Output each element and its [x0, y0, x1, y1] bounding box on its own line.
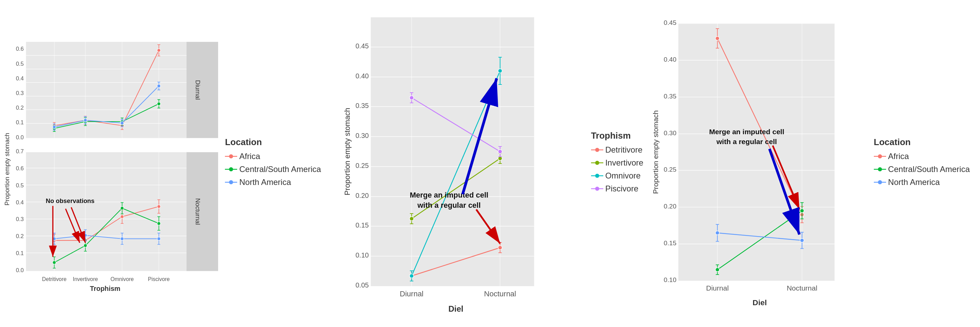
svg-point-119	[84, 244, 87, 247]
svg-text:No observations: No observations	[46, 197, 95, 204]
chart2-legend-det: Detritivore	[591, 145, 646, 155]
svg-point-226	[595, 174, 599, 178]
chart1-legend: Location Africa Central/South America No…	[218, 137, 328, 190]
svg-point-283	[878, 154, 882, 158]
svg-text:Merge an imputed cell: Merge an imputed cell	[410, 191, 488, 199]
chart1-legend-title: Location	[225, 137, 321, 147]
svg-point-201	[410, 274, 414, 278]
svg-text:0.25: 0.25	[663, 166, 676, 173]
svg-point-65	[53, 125, 56, 129]
svg-text:0.35: 0.35	[356, 102, 369, 109]
svg-point-67	[121, 121, 124, 124]
svg-text:0.0: 0.0	[16, 134, 24, 141]
svg-text:Invertivore: Invertivore	[73, 276, 98, 282]
chart3-legend-csa: Central/South America	[874, 164, 970, 174]
chart2-legend-inv-label: Invertivore	[605, 158, 643, 167]
svg-point-156	[229, 180, 233, 184]
svg-rect-69	[26, 152, 190, 271]
svg-point-210	[498, 150, 502, 154]
svg-text:0.5: 0.5	[16, 182, 24, 189]
svg-point-118	[53, 261, 56, 264]
svg-text:0.40: 0.40	[356, 72, 369, 80]
svg-text:0.30: 0.30	[663, 129, 676, 137]
svg-point-66	[84, 118, 87, 122]
svg-text:0.2: 0.2	[16, 233, 24, 239]
svg-point-263	[800, 209, 804, 212]
svg-point-136	[121, 237, 124, 241]
svg-point-104	[121, 215, 124, 219]
chart-svg-1: 0.0 0.1 0.2 0.3 0.4 0.5 0.6 Diurnal	[3, 7, 218, 320]
svg-point-262	[715, 268, 719, 271]
chart1-legend-africa: Africa	[225, 152, 321, 161]
svg-text:0.40: 0.40	[663, 56, 676, 63]
svg-text:0.15: 0.15	[356, 222, 369, 229]
chart2-legend-det-label: Detritivore	[605, 145, 643, 155]
svg-text:0.6: 0.6	[16, 46, 24, 52]
svg-text:0.20: 0.20	[356, 192, 369, 199]
svg-text:0.30: 0.30	[356, 132, 369, 139]
chart3-legend-na: North America	[874, 177, 970, 187]
svg-point-209	[410, 96, 414, 100]
svg-text:Proportion empty stomach: Proportion empty stomach	[343, 108, 352, 196]
svg-text:0.10: 0.10	[663, 276, 676, 283]
svg-text:Nocturnal: Nocturnal	[484, 290, 516, 298]
chart3-legend-africa-label: Africa	[888, 152, 909, 161]
svg-point-186	[498, 246, 502, 250]
svg-point-152	[229, 154, 233, 158]
svg-text:with a regular cell: with a regular cell	[716, 137, 777, 145]
svg-text:0.6: 0.6	[16, 165, 24, 172]
svg-rect-19	[186, 42, 218, 138]
svg-text:Detritivore: Detritivore	[42, 276, 67, 282]
chart1-legend-na: North America	[225, 177, 321, 187]
svg-point-285	[878, 167, 882, 171]
chart3-legend-title: Location	[874, 137, 970, 147]
svg-point-68	[157, 84, 161, 88]
svg-text:Proportion empty stomach: Proportion empty stomach	[652, 110, 659, 194]
svg-text:Diurnal: Diurnal	[706, 284, 729, 292]
svg-text:Nocturnal: Nocturnal	[194, 198, 202, 225]
chart-panel-3: 0.10 0.15 0.20 0.25 0.30 0.35 0.40 0.45	[652, 7, 977, 320]
svg-text:with a regular cell: with a regular cell	[417, 201, 481, 209]
svg-text:Diurnal: Diurnal	[194, 80, 202, 100]
chart2-legend-pisc-label: Piscivore	[605, 184, 638, 193]
svg-text:0.05: 0.05	[356, 281, 369, 289]
svg-text:0.3: 0.3	[16, 216, 24, 222]
svg-point-105	[157, 205, 161, 208]
svg-text:0.45: 0.45	[356, 42, 369, 50]
svg-text:0.25: 0.25	[356, 162, 369, 169]
svg-point-202	[498, 69, 502, 73]
svg-text:0.10: 0.10	[356, 251, 369, 259]
svg-text:0.7: 0.7	[16, 148, 24, 155]
svg-text:0.20: 0.20	[663, 203, 676, 210]
svg-text:0.5: 0.5	[16, 61, 24, 67]
chart2-legend-pisc: Piscivore	[591, 184, 646, 193]
svg-point-137	[157, 237, 161, 241]
svg-point-224	[595, 161, 599, 165]
svg-text:0.1: 0.1	[16, 250, 24, 257]
svg-text:Trophism: Trophism	[90, 285, 121, 292]
svg-point-52	[157, 102, 161, 105]
svg-rect-88	[186, 152, 218, 271]
main-container: 0.0 0.1 0.2 0.3 0.4 0.5 0.6 Diurnal	[0, 0, 980, 327]
svg-point-193	[410, 217, 414, 221]
chart-svg-3: 0.10 0.15 0.20 0.25 0.30 0.35 0.40 0.45	[652, 7, 867, 320]
svg-text:0.4: 0.4	[16, 199, 24, 206]
chart3-legend-na-label: North America	[888, 177, 940, 187]
svg-text:0.4: 0.4	[16, 75, 24, 82]
chart1-legend-africa-label: Africa	[239, 152, 260, 161]
svg-text:0.35: 0.35	[663, 93, 676, 100]
svg-point-228	[595, 187, 599, 191]
svg-text:Diel: Diel	[752, 298, 767, 307]
chart-svg-2: 0.05 0.10 0.15 0.20 0.25 0.30 0.35 0.40 …	[328, 7, 584, 320]
svg-text:0.15: 0.15	[663, 239, 676, 247]
svg-text:0.2: 0.2	[16, 105, 24, 111]
svg-point-271	[800, 238, 804, 242]
chart1-legend-na-label: North America	[239, 177, 291, 187]
svg-text:Proportion empty stomach: Proportion empty stomach	[3, 133, 11, 206]
svg-point-36	[157, 49, 161, 52]
chart1-legend-csa: Central/South America	[225, 164, 321, 174]
svg-text:Piscivore: Piscivore	[148, 276, 170, 282]
svg-text:Diurnal: Diurnal	[400, 290, 424, 298]
chart3-legend-csa-label: Central/South America	[888, 164, 970, 174]
chart2-legend-inv: Invertivore	[591, 158, 646, 167]
